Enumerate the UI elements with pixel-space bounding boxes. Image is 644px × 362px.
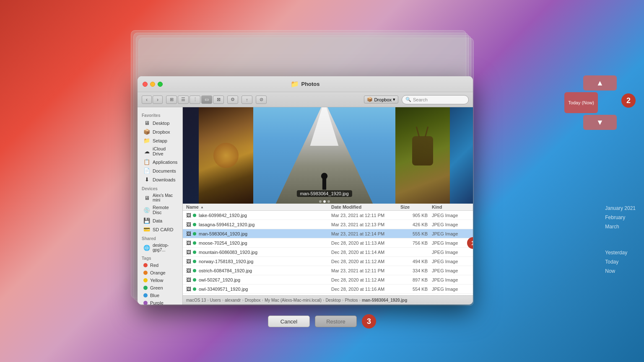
breadcrumb-desktop[interactable]: Desktop — [325, 298, 341, 303]
header-kind[interactable]: Kind — [432, 204, 470, 209]
breadcrumb-current-file: man-5983064_1920.jpg — [362, 298, 407, 303]
downloads-icon: ⬇ — [143, 176, 150, 183]
status-dot-mountain — [193, 251, 196, 254]
view-icon-button[interactable]: ⊞ — [166, 96, 177, 104]
sidebar-item-remotedisc[interactable]: 💿 Remote Disc — [139, 204, 181, 216]
view-gallery-button[interactable]: ▭ — [201, 96, 212, 104]
breadcrumb-photos[interactable]: Photos — [345, 298, 358, 303]
badge-2: 2 — [621, 93, 636, 108]
desktop-icon: 🖥 — [143, 120, 150, 126]
share-button[interactable]: ↑ — [242, 96, 252, 104]
tm-feb-label: February — [605, 215, 636, 220]
gallery-thumb-right-partial — [450, 107, 473, 204]
kind-lasagna: JPEG Image — [432, 222, 470, 227]
file-icon-owl1: 🖼 — [186, 277, 191, 283]
maximize-button[interactable] — [158, 82, 163, 87]
sidebar-item-tag-orange[interactable]: Orange — [139, 269, 181, 277]
sidebar-item-sdcard-label: SD CARD — [153, 227, 174, 232]
sidebar-item-desktop-shared[interactable]: 🌐 desktop-gpg7... — [139, 242, 181, 253]
sidebar-item-downloads-label: Downloads — [153, 177, 175, 182]
sidebar-item-data[interactable]: 💾 Data — [139, 216, 181, 225]
settings-button[interactable]: ⚙︎ — [227, 96, 238, 104]
tag-button[interactable]: ⊘ — [256, 96, 267, 104]
tm-now-label: Now — [605, 268, 636, 274]
file-row-norway[interactable]: 🖼 norway-1758183_1920.jpg Dec 28, 2020 a… — [183, 257, 473, 266]
size-ostrich: 334 KB — [400, 268, 432, 273]
date-ostrich: Mar 23, 2021 at 12:11 PM — [331, 268, 400, 273]
status-dot-man — [193, 232, 196, 235]
status-dot-owl2 — [193, 287, 196, 291]
sidebar-item-tag-purple[interactable]: Purple — [139, 299, 181, 305]
view-column-button[interactable]: ⋮ — [190, 96, 200, 104]
badge-3: 3 — [362, 314, 376, 328]
file-row-man[interactable]: 🖼 man-5983064_1920.jpg Mar 23, 2021 at 1… — [183, 229, 473, 238]
tm-today-bottom-label: Today — [605, 259, 636, 265]
dropbox-button[interactable]: 📦 Dropbox ▾ — [364, 96, 398, 103]
kind-lake: JPEG Image — [432, 213, 470, 218]
file-row-lake[interactable]: 🖼 lake-6099842_1920.jpg Mar 23, 2021 at … — [183, 211, 473, 220]
timemachine-down-button[interactable]: ▼ — [583, 115, 617, 130]
back-button[interactable]: ‹ — [142, 96, 152, 104]
file-row-ostrich[interactable]: 🖼 ostrich-6084784_1920.jpg Mar 23, 2021 … — [183, 266, 473, 275]
gallery-thumb-food[interactable] — [199, 107, 253, 204]
cancel-button[interactable]: Cancel — [268, 315, 310, 327]
header-name[interactable]: Name ▲ — [186, 204, 331, 209]
svg-point-5 — [321, 173, 327, 179]
file-row-owl2[interactable]: 🖼 owl-33409571_1920.jpg Dec 28, 2020 at … — [183, 284, 473, 294]
tm-mar-label: March — [605, 224, 636, 230]
tag-red-dot — [143, 263, 148, 267]
tag-yellow-dot — [143, 278, 148, 282]
file-row-moose[interactable]: 🖼 moose-70254_1920.jpg Dec 28, 2020 at 1… — [183, 238, 473, 248]
file-row-lasagna[interactable]: 🖼 lasagna-5994612_1920.jpg Mar 23, 2021 … — [183, 220, 473, 229]
breadcrumb-alexandr[interactable]: alexandr — [225, 298, 241, 303]
file-row-mountain[interactable]: 🖼 mountain-6086083_1920.jpg Dec 28, 2020… — [183, 248, 473, 257]
sidebar-item-documents[interactable]: 📄 Documents — [139, 166, 181, 175]
sidebar-item-downloads[interactable]: ⬇ Downloads — [139, 175, 181, 184]
sidebar-item-applications[interactable]: 📋 Applications — [139, 158, 181, 166]
gallery-dots — [319, 200, 330, 203]
file-row-owl1[interactable]: 🖼 owl-50267_1920.jpg Dec 28, 2020 at 11:… — [183, 275, 473, 284]
favorites-label: Favorites — [138, 111, 182, 119]
sidebar-item-documents-label: Documents — [153, 168, 176, 173]
header-size[interactable]: Size — [400, 204, 432, 209]
date-lake: Mar 23, 2021 at 12:11 PM — [331, 213, 400, 218]
gallery-thumb-deer[interactable] — [395, 107, 450, 204]
sidebar-item-icloud-label: iCloud Drive — [153, 146, 177, 156]
sidebar-item-macmini[interactable]: 🖥 Alex's Mac mini — [139, 192, 181, 204]
restore-button[interactable]: Restore — [315, 315, 357, 327]
forward-button[interactable]: › — [153, 96, 163, 104]
date-lasagna: Mar 23, 2021 at 12:13 PM — [331, 222, 400, 227]
sidebar-item-tag-green[interactable]: Green — [139, 284, 181, 292]
kind-norway: JPEG Image — [432, 259, 470, 264]
sidebar-item-tag-red[interactable]: Red — [139, 261, 181, 269]
sidebar-item-tag-yellow[interactable]: Yellow — [139, 277, 181, 284]
gallery-dot-3 — [327, 200, 330, 203]
breadcrumb-mymac[interactable]: My Mac (Alexs-Mac-mini.local) — [265, 298, 322, 303]
header-date[interactable]: Date Modified — [331, 204, 400, 209]
timemachine-up-button[interactable]: ▲ — [583, 75, 617, 90]
file-icon-lake: 🖼 — [186, 212, 191, 218]
file-icon-norway: 🖼 — [186, 259, 191, 264]
breadcrumb-dropbox[interactable]: Dropbox — [245, 298, 261, 303]
devices-label: Devices — [138, 184, 182, 192]
view-coverflow-button[interactable]: ⊠ — [213, 96, 224, 104]
gallery-thumb-main[interactable]: man-5983064_1920.jpg — [253, 107, 395, 204]
remotedisc-icon: 💿 — [143, 207, 150, 213]
timemachine-labels: January 2021 February March Yesterday To… — [605, 205, 636, 274]
breadcrumb-users[interactable]: Users — [210, 298, 221, 303]
sidebar-item-data-label: Data — [153, 218, 162, 223]
sidebar-item-sdcard[interactable]: 💳 SD CARD — [139, 225, 181, 234]
date-moose: Dec 28, 2020 at 11:13 AM — [331, 240, 400, 246]
sidebar-item-setapp[interactable]: 📁 Setapp — [139, 136, 181, 145]
file-icon-lasagna: 🖼 — [186, 222, 191, 228]
sidebar-item-tag-blue[interactable]: Blue — [139, 292, 181, 299]
sidebar-item-desktop[interactable]: 🖥 Desktop — [139, 119, 181, 127]
sidebar-item-icloud[interactable]: ☁ iCloud Drive — [139, 145, 181, 158]
sidebar-item-dropbox[interactable]: 📦 Dropbox — [139, 127, 181, 136]
breadcrumb-macos[interactable]: macOS 13 — [186, 298, 206, 303]
filename-lake: lake-6099842_1920.jpg — [199, 213, 247, 218]
view-list-button[interactable]: ☰ — [178, 96, 189, 104]
minimize-button[interactable] — [150, 82, 155, 87]
close-button[interactable] — [143, 82, 148, 87]
search-box[interactable]: 🔍 Search — [402, 95, 469, 104]
